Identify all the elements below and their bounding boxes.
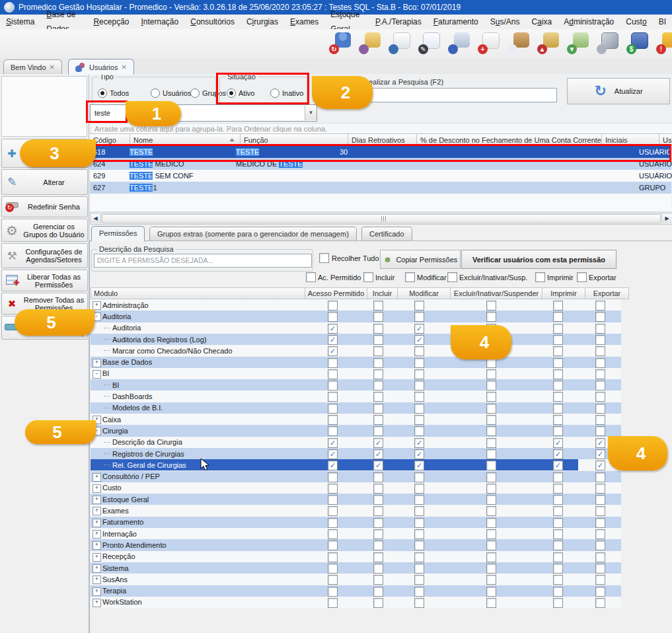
checkbox-icon[interactable]: [577, 272, 587, 282]
perm-checkbox-6[interactable]: [595, 301, 605, 311]
perm-checkbox-3-checked[interactable]: ✓: [414, 335, 424, 345]
perm-checkbox-5[interactable]: [553, 415, 563, 425]
perm-column-2[interactable]: Acesso Permitido: [305, 287, 367, 299]
user-row-624[interactable]: 624TESTE MEDICOMEDICO DE TESTEUSUÁRIO: [90, 158, 671, 170]
menu-item-exames[interactable]: Exames: [284, 15, 324, 29]
perm-checkbox-1[interactable]: [328, 575, 338, 585]
perm-checkbox-1[interactable]: [328, 472, 338, 482]
expand-icon[interactable]: +: [93, 564, 101, 573]
perm-checkbox-2[interactable]: [373, 381, 383, 391]
perm-checkbox-6[interactable]: [595, 598, 605, 608]
perm-checkbox-2[interactable]: [373, 324, 383, 334]
tree-row-terapia[interactable]: +Terapia: [91, 585, 621, 597]
tree-row-auditoria[interactable]: Auditoria✓✓: [91, 322, 621, 334]
column-header-6[interactable]: Iniciais: [602, 133, 659, 146]
perm-checkbox-5[interactable]: [553, 301, 563, 311]
perm-checkbox-3[interactable]: [414, 346, 424, 356]
perm-checkbox-3[interactable]: [414, 552, 424, 562]
perm-checkbox-2[interactable]: [373, 587, 383, 597]
perm-checkbox-6[interactable]: [595, 324, 605, 334]
perm-column-4[interactable]: Modificar: [398, 287, 451, 299]
perm-checkbox-5-checked[interactable]: ✓: [553, 461, 563, 470]
atualizar-button[interactable]: ↻ Atualizar: [567, 78, 670, 104]
checkbox-icon[interactable]: [535, 272, 545, 282]
perm-checkbox-4[interactable]: [486, 564, 496, 574]
tree-row-workstation[interactable]: +WorkStation: [91, 597, 621, 608]
hospital-bed-icon[interactable]: [447, 31, 471, 55]
perm-checkbox-5-checked[interactable]: ✓: [553, 449, 563, 459]
expand-icon[interactable]: +: [93, 507, 101, 515]
tree-row-exames[interactable]: +Exames: [91, 505, 621, 516]
tree-row-bi[interactable]: BI: [91, 379, 621, 391]
perm-search-input[interactable]: DIGITE A PERMISSÃO DESEJADA...: [94, 254, 312, 268]
perm-checkbox-3[interactable]: [414, 301, 424, 311]
radio-icon[interactable]: [227, 89, 236, 98]
perm-checkbox-2[interactable]: [373, 506, 383, 516]
perm-checkbox-5[interactable]: [553, 324, 563, 334]
perm-checkbox-3[interactable]: [414, 426, 424, 436]
expand-icon[interactable]: +: [93, 359, 101, 367]
perm-checkbox-2[interactable]: [373, 529, 383, 539]
checkbox-icon[interactable]: [306, 272, 316, 282]
perm-checkbox-2[interactable]: [373, 358, 383, 368]
tipo-option-usuários[interactable]: Usuários: [151, 89, 191, 98]
perm-checkbox-2-checked[interactable]: ✓: [373, 461, 383, 470]
perm-checkbox-6[interactable]: [595, 484, 605, 494]
perm-checkbox-4[interactable]: [486, 518, 496, 528]
quick-check-4[interactable]: Excluir/Inativar/Susp.: [447, 272, 527, 282]
perm-checkbox-6[interactable]: [595, 312, 605, 322]
menu-item-susans[interactable]: Sus/Ans: [484, 15, 526, 29]
perm-checkbox-2[interactable]: [373, 518, 383, 528]
column-header-3[interactable]: Função: [241, 133, 348, 146]
perm-checkbox-6-checked[interactable]: ✓: [595, 438, 605, 448]
alterar-button[interactable]: ✎Alterar: [1, 169, 88, 195]
perm-checkbox-6[interactable]: [595, 540, 605, 550]
tab-grupos[interactable]: Grupos extras (somente para o gerenciado…: [149, 227, 357, 241]
user-row-629[interactable]: 629TESTE SEM CONFUSUÁRIO: [90, 170, 671, 182]
perm-checkbox-5-checked[interactable]: ✓: [553, 438, 563, 448]
perm-checkbox-6[interactable]: [595, 552, 605, 562]
perm-checkbox-2[interactable]: [373, 415, 383, 425]
billing-up-icon[interactable]: ▲: [537, 31, 560, 55]
menu-item-cirurgias[interactable]: Cirurgias: [241, 15, 284, 29]
perm-checkbox-3-checked[interactable]: ✓: [414, 438, 424, 448]
situacao-option-inativo[interactable]: Inativo: [270, 89, 303, 98]
checkbox-icon[interactable]: [405, 272, 415, 282]
menu-item-caixa[interactable]: Caixa: [526, 15, 558, 29]
perm-checkbox-4[interactable]: [486, 552, 496, 562]
perm-checkbox-1-checked[interactable]: ✓: [328, 449, 338, 459]
perm-checkbox-6[interactable]: [595, 369, 605, 379]
perm-checkbox-4[interactable]: [486, 404, 496, 414]
perm-checkbox-1[interactable]: [328, 495, 338, 505]
perm-checkbox-5[interactable]: [553, 392, 563, 402]
tree-row-dashboards[interactable]: DashBoards: [91, 391, 621, 402]
tree-row-auditoria-dos-registros-log-[interactable]: Auditoria dos Registros (Log)✓✓: [91, 334, 621, 345]
column-header-7[interactable]: Usuário / G: [659, 133, 672, 146]
perm-checkbox-2[interactable]: [373, 564, 383, 574]
perm-checkbox-3[interactable]: [414, 358, 424, 368]
tree-row-descri-o-da-cirurgia[interactable]: Descrição da Cirurgia✓✓✓✓✓: [91, 437, 621, 448]
scroll-right-icon[interactable]: ▶: [661, 214, 672, 223]
radio-icon[interactable]: [98, 89, 107, 98]
perm-checkbox-3[interactable]: [414, 312, 424, 322]
splitter-grip-icon[interactable]: [381, 216, 387, 221]
tab-certificado[interactable]: Certificado: [361, 227, 412, 241]
perm-checkbox-5[interactable]: [553, 540, 563, 550]
perm-checkbox-4[interactable]: [486, 461, 496, 470]
perm-checkbox-4[interactable]: [486, 369, 496, 379]
perm-checkbox-1[interactable]: [328, 529, 338, 539]
config-agendas-button[interactable]: ⚒Configurações de Agendas/Setores: [1, 243, 88, 268]
perm-checkbox-5[interactable]: [553, 506, 563, 516]
perm-checkbox-2[interactable]: [373, 598, 383, 608]
perm-checkbox-1-checked[interactable]: ✓: [328, 346, 338, 356]
tree-row-registros-de-cirurgias[interactable]: Registros de Cirurgias✓✓✓✓✓: [91, 448, 621, 459]
tree-row-pronto-atendimento[interactable]: +Pronto Atendimento: [91, 539, 621, 550]
perm-checkbox-1[interactable]: [328, 540, 338, 550]
redefinir-senha-button[interactable]: ↻Redefinir Senha: [1, 196, 88, 217]
perm-checkbox-3[interactable]: [414, 575, 424, 585]
perm-checkbox-2[interactable]: [373, 484, 383, 494]
perm-checkbox-6[interactable]: [595, 575, 605, 585]
perm-checkbox-5[interactable]: [553, 346, 563, 356]
expand-icon[interactable]: +: [93, 473, 101, 482]
quick-check-1[interactable]: Ac. Permitido: [306, 272, 361, 282]
